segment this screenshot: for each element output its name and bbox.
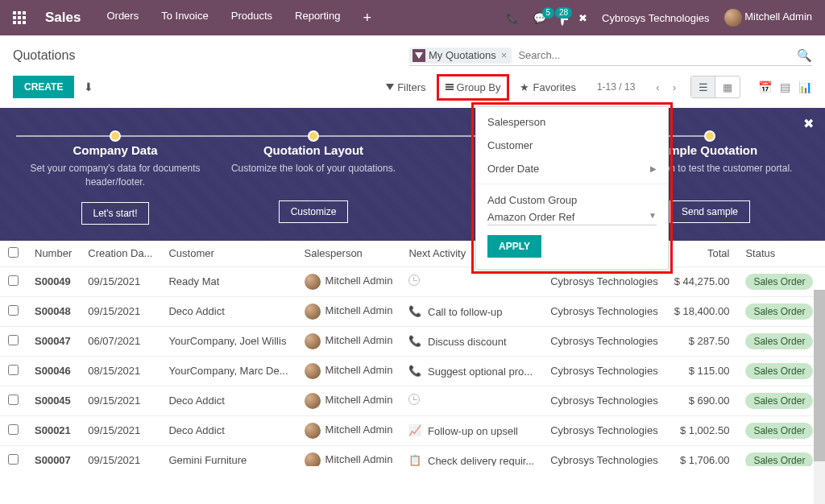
filter-icon — [412, 49, 425, 62]
cell-date: 09/15/2021 — [80, 445, 160, 466]
graph-view-icon[interactable]: 📊 — [798, 81, 812, 93]
nav-plus-icon[interactable]: + — [363, 10, 371, 27]
col-total[interactable]: Total — [666, 241, 738, 267]
cell-date: 09/15/2021 — [80, 415, 160, 445]
col-customer[interactable]: Customer — [160, 241, 296, 267]
send-sample-button[interactable]: Send sample — [670, 200, 750, 223]
nav-orders[interactable]: Orders — [106, 10, 139, 27]
company-switcher[interactable]: Cybrosys Technologies — [602, 12, 709, 24]
status-badge: Sales Order — [745, 393, 813, 409]
phone-icon: 📞 — [408, 365, 421, 378]
cell-company: Cybrosys Technologies — [542, 326, 665, 356]
cell-status: Sales Order — [737, 296, 821, 326]
table-row[interactable]: S0002109/15/2021Deco AddictMitchell Admi… — [0, 415, 825, 445]
calendar-view-icon[interactable]: 📅 — [758, 81, 772, 93]
chip-remove-icon[interactable]: × — [500, 49, 509, 61]
customize-button[interactable]: Customize — [279, 200, 349, 223]
select-all-checkbox[interactable] — [8, 247, 19, 258]
col-salesperson[interactable]: Salesperson — [296, 241, 401, 267]
user-menu[interactable]: Mitchell Admin — [724, 9, 812, 27]
nav-reporting[interactable]: Reporting — [295, 10, 340, 27]
search-input[interactable] — [518, 49, 797, 61]
quotations-table: Number Creation Da... Customer Salespers… — [0, 241, 825, 466]
kanban-view-icon[interactable]: ▦ — [715, 76, 740, 97]
custom-group-header: Add Custom Group — [476, 188, 668, 208]
favorites-toggle[interactable]: ★ Favorites — [515, 78, 580, 97]
avatar — [305, 423, 321, 439]
row-checkbox[interactable] — [8, 275, 19, 286]
list-view-icon[interactable]: ☰ — [691, 76, 715, 97]
table-row[interactable]: S0004809/15/2021Deco AddictMitchell Admi… — [0, 296, 825, 326]
clock-icon — [408, 394, 420, 405]
status-badge: Sales Order — [745, 274, 813, 290]
cell-activity[interactable] — [400, 266, 542, 296]
row-checkbox[interactable] — [8, 424, 19, 435]
row-checkbox[interactable] — [8, 335, 19, 345]
control-row: Quotations My Quotations × 🔍 — [0, 35, 825, 76]
search-box[interactable]: My Quotations × 🔍 — [409, 45, 812, 66]
table-row[interactable]: S0004706/07/2021YourCompany, Joel Willis… — [0, 326, 825, 356]
avatar — [305, 274, 321, 290]
col-number[interactable]: Number — [27, 241, 80, 267]
groupby-customer[interactable]: Customer — [476, 134, 668, 157]
create-button[interactable]: CREATE — [13, 76, 74, 98]
cell-company: Cybrosys Technologies — [542, 386, 665, 415]
call-icon[interactable]: 📞 — [506, 12, 519, 24]
cell-company: Cybrosys Technologies — [542, 356, 665, 386]
table-row[interactable]: S0004608/15/2021YourCompany, Marc De...M… — [0, 356, 825, 386]
cell-status: Sales Order — [737, 386, 821, 415]
cell-status: Sales Order — [737, 266, 821, 296]
row-checkbox[interactable] — [8, 454, 19, 465]
pager-prev-icon[interactable]: ‹ — [651, 78, 664, 97]
lets-start-button[interactable]: Let's start! — [81, 202, 150, 225]
activities-icon[interactable]: 28 — [561, 12, 564, 24]
groupby-salesperson[interactable]: Salesperson — [476, 110, 668, 134]
row-checkbox[interactable] — [8, 365, 19, 375]
nav-toinvoice[interactable]: To Invoice — [161, 10, 209, 27]
col-status[interactable]: Status — [737, 241, 821, 267]
filters-toggle[interactable]: Filters — [381, 78, 430, 97]
export-icon[interactable]: ⬇ — [84, 81, 93, 93]
avatar — [724, 9, 742, 27]
status-badge: Sales Order — [745, 423, 813, 439]
search-chip: My Quotations × — [409, 48, 512, 64]
nav-products[interactable]: Products — [231, 10, 272, 27]
cell-activity[interactable]: 📞 Suggest optional pro... — [400, 356, 542, 386]
cell-customer: YourCompany, Marc De... — [160, 356, 296, 386]
scrollbar[interactable] — [814, 290, 825, 504]
row-checkbox[interactable] — [8, 395, 19, 405]
cell-date: 09/15/2021 — [80, 266, 160, 296]
cell-activity[interactable]: 📈 Follow-up on upsell — [400, 415, 542, 445]
apply-button[interactable]: APPLY — [487, 235, 541, 258]
table-row[interactable]: S0004909/15/2021Ready MatMitchell Admin … — [0, 266, 825, 296]
cell-activity[interactable] — [400, 386, 542, 415]
messages-icon[interactable]: 💬5 — [533, 12, 546, 24]
view-switcher: ☰ ▦ — [690, 76, 740, 98]
avatar — [305, 333, 321, 349]
groupby-toggle[interactable]: Group By — [441, 78, 506, 97]
status-badge: Sales Order — [745, 304, 813, 320]
pager-label[interactable]: 1-13 / 13 — [591, 81, 641, 93]
cell-total: $ 115.00 — [666, 356, 738, 386]
funnel-icon — [386, 84, 394, 90]
cell-activity[interactable]: 📋 Check delivery requir... — [400, 445, 542, 466]
cell-activity[interactable]: 📞 Discuss discount — [400, 326, 542, 356]
custom-group-select[interactable]: Amazon Order Ref▼ — [487, 211, 657, 225]
studio-icon[interactable]: ✖ — [578, 12, 587, 24]
cell-status: Sales Order — [737, 326, 821, 356]
search-icon[interactable]: 🔍 — [797, 48, 812, 63]
row-checkbox[interactable] — [8, 305, 19, 316]
apps-icon[interactable] — [13, 11, 26, 24]
cell-activity[interactable]: 📞 Call to follow-up — [400, 296, 542, 326]
brand-title[interactable]: Sales — [45, 10, 81, 26]
col-creation[interactable]: Creation Da... — [80, 241, 160, 267]
groupby-orderdate[interactable]: Order Date▶ — [476, 157, 668, 180]
cell-date: 09/15/2021 — [80, 296, 160, 326]
onboarding-banner: ✖ Company Data Set your company's data f… — [0, 108, 825, 241]
cell-date: 09/15/2021 — [80, 386, 160, 415]
pivot-view-icon[interactable]: ▤ — [780, 81, 790, 93]
table-row[interactable]: S0000709/15/2021Gemini FurnitureMitchell… — [0, 445, 825, 466]
table-row[interactable]: S0004509/15/2021Deco AddictMitchell Admi… — [0, 386, 825, 415]
cell-customer: Deco Addict — [160, 415, 296, 445]
pager-next-icon[interactable]: › — [668, 78, 681, 97]
